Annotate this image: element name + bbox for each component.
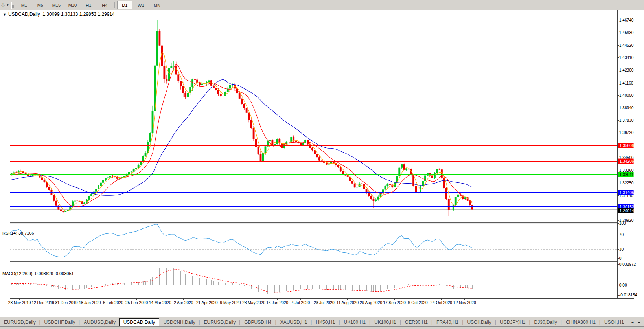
symbol-tab-FRA40-H1[interactable]: FRA40,H1 [432, 318, 462, 326]
cursor-tool-dropdown-caret-icon[interactable]: ▼ [6, 4, 9, 6]
timeframe-button-M5[interactable]: M5 [33, 1, 48, 9]
chart-ohlc-values: 1.30099 1.30133 1.29853 1.29914 [42, 11, 115, 17]
svg-text:1.34206: 1.34206 [620, 159, 634, 164]
date-axis-label: 6 Oct 2020 [408, 301, 428, 305]
timeframe-button-MN[interactable]: MN [149, 1, 165, 9]
price-axis-label: 1.41160 [619, 81, 633, 85]
cursor-tool-icon[interactable]: ⊹ [1, 2, 5, 8]
symbol-tab-XAUUSD-H1[interactable]: XAUUSD,H1 [276, 318, 311, 326]
price-badge-1.29914: 1.29914 [618, 208, 634, 213]
date-axis-label: 31 Dec 2019 [55, 301, 78, 305]
date-axis-label: 18 Jan 2020 [79, 301, 101, 305]
symbol-tab-USDCHF-Daily[interactable]: USDCHF,Daily [40, 318, 79, 326]
symbol-tab-EURUSD-Daily[interactable]: EURUSD,Daily [200, 318, 239, 326]
price-axis-label: 1.40050 [619, 93, 634, 97]
top-toolbar: ⊹ ▼ M1M5M15M30H1H4D1W1MN [0, 0, 644, 10]
tab-scroll-left-icon[interactable]: ◄ [631, 320, 634, 324]
date-axis-label: 28 May 2020 [242, 301, 265, 305]
symbol-tab-GER30-H1[interactable]: GER30,H1 [401, 318, 431, 326]
price-badge-1.31405: 1.31405 [618, 190, 634, 195]
pane-separator[interactable] [10, 261, 617, 262]
date-axis-label: 12 Dec 2019 [31, 301, 54, 305]
symbol-tab-EURUSD-Daily[interactable]: EURUSD,Daily [0, 318, 39, 326]
date-axis-label: 4 Jul 2020 [291, 301, 310, 305]
price-axis-label: 1.36720 [619, 130, 634, 135]
date-axis-label: 24 Oct 2020 [431, 301, 453, 305]
rsi-axis-label: 70 [619, 233, 624, 237]
symbol-tab-AUDUSD-Daily[interactable]: AUDUSD,Daily [80, 318, 119, 326]
chart-title: ▼USDCAD,Daily 1.30099 1.30133 1.29853 1.… [3, 11, 115, 17]
date-axis-label: 17 Sep 2020 [383, 301, 406, 305]
symbol-tab-DJ30-Daily[interactable]: DJ30,Daily [530, 318, 561, 326]
symbol-tab-USDCAD-Daily[interactable]: USDCAD,Daily [119, 318, 160, 326]
price-axis-label: 1.38940 [619, 106, 634, 110]
timeframe-button-H1[interactable]: H1 [81, 1, 96, 9]
rsi-axis-label: 100 [619, 221, 626, 226]
price-axis-label: 1.46740 [619, 18, 634, 22]
toolbar-grip-handle[interactable] [11, 2, 14, 9]
macd-indicator-label: MACD(12,26,9) -0.003626 -0.003051 [2, 271, 74, 276]
chart-window: 1.467401.456301.445201.434101.423001.411… [0, 10, 644, 317]
price-badge-1.34206: 1.34206 [618, 159, 634, 164]
symbol-tab-CHINA300-H1[interactable]: CHINA300,H1 [562, 318, 599, 326]
timeframe-button-W1[interactable]: W1 [133, 1, 149, 9]
symbol-tab-USOil-H1[interactable]: USOil,H1 [600, 318, 627, 326]
rsi-axis-label: 0 [619, 256, 622, 261]
date-axis-label: 25 Feb 2020 [125, 301, 148, 305]
svg-text:1.29914: 1.29914 [620, 209, 634, 213]
symbol-tab-GBPUSD-H4[interactable]: GBPUSD,H4 [240, 318, 275, 326]
symbol-tab-HK50-H1[interactable]: HK50,H1 [312, 318, 339, 326]
symbol-tab-USDJPY-H1[interactable]: USDJPY,H1 [496, 318, 529, 326]
svg-text:1.30152: 1.30152 [620, 205, 634, 209]
price-badge-1.33011: 1.33011 [618, 172, 634, 177]
timeframe-button-D1[interactable]: D1 [117, 1, 132, 9]
price-axis-label: 1.43410 [619, 55, 634, 60]
price-axis-label: 1.37830 [619, 118, 634, 123]
date-axis-label: 29 Aug 2020 [360, 301, 382, 305]
timeframe-button-M30[interactable]: M30 [65, 1, 80, 9]
chart-symbol-label: USDCAD,Daily [8, 11, 40, 17]
tab-scroll-right-icon[interactable]: ► [637, 320, 641, 324]
svg-text:1.33011: 1.33011 [620, 173, 634, 177]
date-axis-label: 11 Aug 2020 [337, 301, 359, 305]
date-axis-label: 2 Apr 2020 [174, 301, 193, 305]
symbol-tab-UK100-H1[interactable]: UK100,H1 [340, 318, 370, 326]
macd-axis-label: 0.00 [619, 283, 627, 287]
price-badge-1.35606: 1.35606 [618, 143, 634, 148]
rsi-indicator-label: RSI(14) 38.7166 [2, 231, 34, 235]
svg-text:1.31405: 1.31405 [620, 191, 634, 195]
price-axis-label: 1.32250 [619, 181, 634, 185]
date-axis-label: 23 Jul 2020 [314, 301, 335, 305]
rsi-axis-label: 30 [619, 247, 624, 252]
price-axis-label: 1.45630 [619, 31, 634, 35]
symbol-tab-bar: EURUSD,Daily|USDCHF,Daily|AUDUSD,DailyUS… [0, 317, 644, 329]
date-axis-label: 16 Jun 2020 [266, 301, 288, 305]
mt4-window: { "toolbar": { "cursor_tool_glyph": "⊹",… [0, 0, 644, 329]
timeframe-button-group: M1M5M15M30H1H4D1W1MN [16, 1, 165, 9]
date-axis-label: 9 May 2020 [220, 301, 241, 305]
date-axis-label: 6 Feb 2020 [103, 301, 123, 305]
timeframe-button-M1[interactable]: M1 [17, 1, 32, 9]
macd-axis-label: 0.032972 [619, 262, 636, 267]
symbol-tab-USDCNH-Daily[interactable]: USDCNH,Daily [159, 318, 199, 326]
price-axis-label: 1.44520 [619, 43, 634, 48]
macd-axis-label: -0.018154 [619, 293, 637, 297]
date-axis-label: 23 Nov 2019 [8, 301, 31, 305]
pane-separator[interactable] [10, 222, 617, 223]
date-axis-label: 21 Apr 2020 [196, 301, 218, 305]
symbol-tab-UK100-H1[interactable]: UK100,H1 [370, 318, 400, 326]
timeframe-button-H4[interactable]: H4 [97, 1, 112, 9]
date-axis-label: 12 Nov 2020 [453, 301, 476, 305]
chart-plot[interactable]: 1.467401.456301.445201.434101.423001.411… [0, 10, 644, 317]
svg-text:1.35606: 1.35606 [620, 143, 634, 148]
chart-title-caret-icon[interactable]: ▼ [3, 13, 6, 17]
toolbar-separator [114, 2, 115, 8]
timeframe-button-M15[interactable]: M15 [49, 1, 64, 9]
date-axis-label: 14 Mar 2020 [149, 301, 171, 305]
price-axis-label: 1.42300 [619, 68, 634, 72]
symbol-tab-USOil-Daily[interactable]: USOil,Daily [463, 318, 495, 326]
